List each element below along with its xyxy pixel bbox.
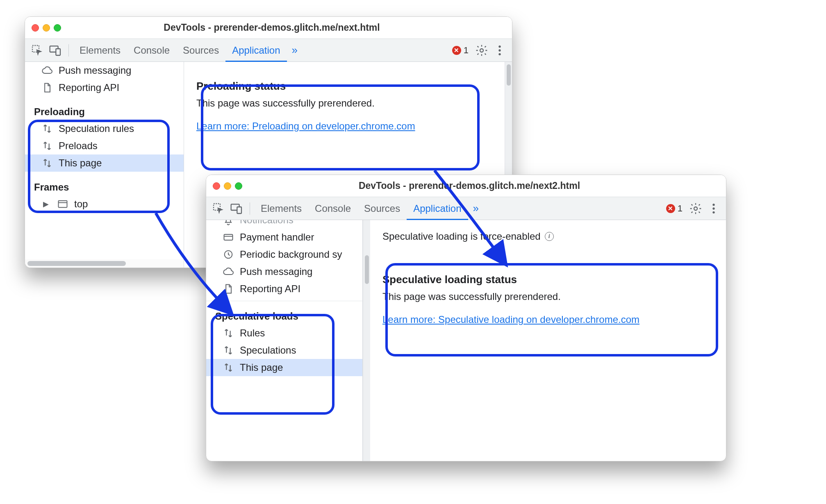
error-count[interactable]: ✕ 1	[662, 203, 687, 214]
window-icon	[57, 198, 68, 210]
sidebar-item-notifications[interactable]: Notifications	[206, 220, 362, 229]
panel-body: This page was successfully prerendered.	[196, 98, 492, 109]
svg-rect-2	[56, 49, 60, 55]
maximize-icon[interactable]	[235, 182, 242, 190]
tab-console[interactable]: Console	[127, 45, 176, 56]
tab-elements[interactable]: Elements	[254, 203, 308, 214]
svg-point-5	[498, 49, 501, 51]
error-count-value: 1	[678, 203, 683, 214]
sidebar-item-label: This page	[59, 157, 102, 169]
swap-icon	[223, 362, 234, 373]
sidebar-item-push[interactable]: Push messaging	[25, 62, 184, 79]
sidebar-item-this-page[interactable]: This page	[206, 359, 362, 376]
sidebar: Notifications Payment handler Periodic b…	[206, 220, 363, 461]
settings-icon[interactable]	[475, 44, 488, 57]
learn-more-link[interactable]: Learn more: Speculative loading on devel…	[382, 314, 639, 325]
h-scrollbar[interactable]	[25, 259, 184, 268]
kebab-menu-icon[interactable]	[493, 44, 506, 57]
devtools-toolbar: Elements Console Sources Application » ✕…	[206, 197, 726, 220]
svg-point-15	[712, 211, 715, 213]
sidebar-item-label: Push messaging	[240, 266, 312, 277]
sidebar-item-label: This page	[240, 362, 283, 373]
device-toggle-icon[interactable]	[230, 202, 243, 215]
tab-sources[interactable]: Sources	[176, 45, 225, 56]
tab-elements[interactable]: Elements	[73, 45, 127, 56]
sidebar-item-label: Preloads	[59, 140, 98, 152]
cloud-icon	[223, 266, 234, 277]
sidebar-item-push[interactable]: Push messaging	[206, 263, 362, 280]
swap-icon	[223, 327, 234, 339]
sidebar-item-periodic[interactable]: Periodic background sy	[206, 246, 362, 263]
window-title: DevTools - prerender-demos.glitch.me/nex…	[68, 22, 476, 33]
minimize-icon[interactable]	[43, 24, 50, 32]
close-icon[interactable]	[213, 182, 220, 190]
tab-sources[interactable]: Sources	[357, 203, 407, 214]
sidebar-item-top-frame[interactable]: ▶ top	[25, 195, 184, 213]
sidebar: Push messaging Reporting API Preloading …	[25, 62, 184, 268]
window-title: DevTools - prerender-demos.glitch.me/nex…	[249, 180, 690, 191]
sidebar-item-label: Reporting API	[240, 283, 300, 295]
sidebar-item-label: Push messaging	[59, 65, 131, 76]
titlebar: DevTools - prerender-demos.glitch.me/nex…	[206, 175, 726, 197]
cloud-icon	[41, 65, 53, 76]
inspect-icon[interactable]	[212, 202, 225, 215]
svg-rect-16	[224, 234, 233, 240]
sidebar-item-label: Speculations	[240, 345, 296, 356]
sidebar-item-reporting[interactable]: Reporting API	[25, 79, 184, 96]
swap-icon	[223, 345, 234, 356]
clock-icon	[223, 249, 234, 260]
device-toggle-icon[interactable]	[49, 44, 62, 57]
sidebar-item-label: Payment handler	[240, 232, 314, 243]
swap-icon	[41, 123, 53, 134]
titlebar: DevTools - prerender-demos.glitch.me/nex…	[25, 17, 512, 39]
svg-point-4	[498, 45, 501, 48]
sidebar-section-preloading: Preloading	[25, 102, 184, 120]
sidebar-item-label: Periodic background sy	[240, 249, 342, 260]
learn-more-link[interactable]: Learn more: Preloading on developer.chro…	[196, 120, 415, 132]
more-tabs-icon[interactable]: »	[468, 202, 484, 215]
svg-rect-11	[237, 207, 241, 213]
main-panel: Speculative loading is force-enabled i S…	[370, 220, 726, 461]
more-tabs-icon[interactable]: »	[287, 44, 303, 57]
error-count-value: 1	[464, 45, 469, 56]
maximize-icon[interactable]	[54, 24, 61, 32]
svg-rect-7	[59, 201, 67, 207]
panel-heading: Preloading status	[196, 80, 492, 93]
kebab-menu-icon[interactable]	[707, 202, 720, 215]
credit-card-icon	[223, 232, 234, 243]
svg-point-12	[694, 207, 697, 210]
svg-point-13	[712, 204, 715, 206]
swap-icon	[41, 140, 53, 152]
sidebar-item-preloads[interactable]: Preloads	[25, 137, 184, 154]
sidebar-item-label: Reporting API	[59, 82, 119, 93]
panel-topline: Speculative loading is force-enabled	[382, 231, 541, 242]
swap-icon	[41, 157, 53, 169]
close-icon[interactable]	[32, 24, 39, 32]
minimize-icon[interactable]	[224, 182, 231, 190]
panel-heading: Speculative loading status	[382, 273, 714, 286]
v-scrollbar[interactable]	[363, 220, 370, 461]
svg-point-6	[498, 53, 501, 55]
sidebar-item-reporting[interactable]: Reporting API	[206, 280, 362, 297]
sidebar-item-rules[interactable]: Rules	[206, 325, 362, 342]
info-icon[interactable]: i	[545, 232, 554, 241]
expand-arrow-icon[interactable]: ▶	[43, 200, 51, 209]
tab-application[interactable]: Application	[225, 39, 287, 62]
sidebar-item-label: top	[74, 198, 88, 210]
inspect-icon[interactable]	[31, 44, 44, 57]
error-icon: ✕	[666, 204, 675, 213]
document-icon	[223, 283, 234, 295]
error-count[interactable]: ✕ 1	[448, 45, 473, 56]
sidebar-item-speculation-rules[interactable]: Speculation rules	[25, 120, 184, 137]
devtools-window-2: DevTools - prerender-demos.glitch.me/nex…	[206, 175, 726, 461]
tab-application[interactable]: Application	[407, 197, 468, 220]
tab-console[interactable]: Console	[308, 203, 357, 214]
sidebar-item-speculations[interactable]: Speculations	[206, 342, 362, 359]
sidebar-item-payment[interactable]: Payment handler	[206, 229, 362, 246]
sidebar-item-this-page[interactable]: This page	[25, 154, 184, 172]
error-icon: ✕	[452, 46, 461, 55]
bell-icon	[223, 220, 234, 226]
sidebar-section-speculative: Speculative loads	[206, 306, 362, 325]
settings-icon[interactable]	[689, 202, 702, 215]
svg-point-14	[712, 207, 715, 209]
